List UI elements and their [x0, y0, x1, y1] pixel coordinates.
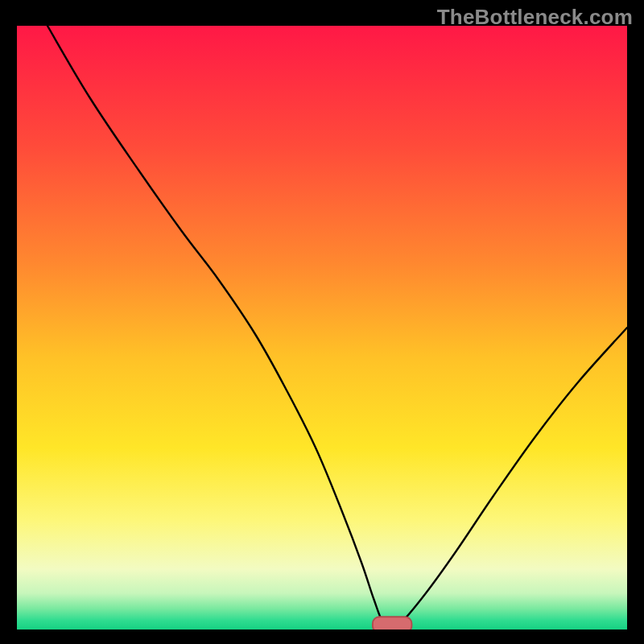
- chart-frame: TheBottleneck.com: [0, 0, 644, 644]
- bottleneck-chart: [17, 26, 627, 630]
- chart-background: [17, 26, 627, 630]
- optimal-marker: [373, 617, 412, 630]
